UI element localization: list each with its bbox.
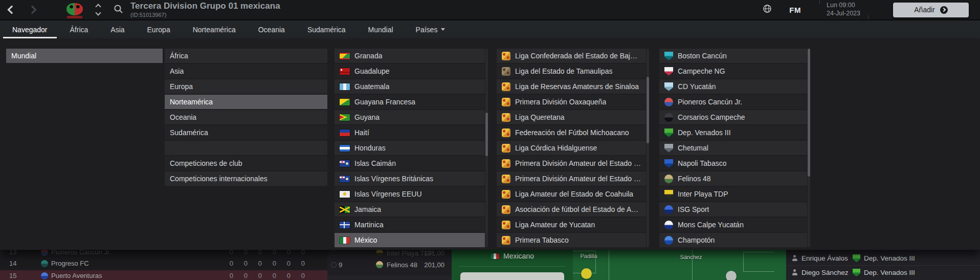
- martinica-flag-icon: [340, 222, 350, 228]
- country-row[interactable]: Honduras: [335, 141, 485, 155]
- selection-circle-icon: [331, 262, 337, 268]
- league-row[interactable]: Liga del Estado de Tamaulipas: [497, 64, 646, 78]
- club-row[interactable]: Pioneros Cancún Jr.: [659, 95, 807, 109]
- row-position: 9: [339, 261, 342, 269]
- club-row[interactable]: Dep. Venados III: [659, 125, 807, 140]
- tab-sudamerica[interactable]: Sudamérica: [296, 20, 357, 38]
- tab-asia[interactable]: Asia: [99, 20, 136, 38]
- forward-button[interactable]: [25, 2, 40, 17]
- row-label: Inter Playa TDP: [678, 190, 728, 198]
- club-row[interactable]: Felinos 48: [659, 171, 807, 186]
- scrollbar-handle[interactable]: [485, 113, 488, 156]
- row-label: Chetumal: [678, 144, 708, 152]
- table-row[interactable]: 15Puerto Aventuras000000: [0, 270, 361, 280]
- club-row[interactable]: Inter Playa TDP: [659, 187, 807, 201]
- country-row[interactable]: Guadalupe: [335, 64, 485, 78]
- scrollbar-handle[interactable]: [647, 77, 649, 143]
- club-row[interactable]: Boston Cancún: [659, 49, 807, 63]
- league-row[interactable]: Primera División Amateur del Estado de D…: [497, 156, 646, 170]
- country-row[interactable]: Islas Vírgenes EEUU: [335, 187, 485, 201]
- nation-header: Mexicano: [452, 252, 573, 260]
- tab-mundial[interactable]: Mundial: [357, 20, 405, 38]
- region-row[interactable]: Europa: [165, 79, 327, 94]
- search-icon[interactable]: [114, 4, 123, 16]
- tab-africa[interactable]: África: [59, 20, 100, 38]
- league-row[interactable]: Liga Queretana: [497, 110, 646, 124]
- row-label: Islas Vírgenes Británicas: [354, 175, 433, 183]
- country-row[interactable]: Martinica: [335, 218, 485, 232]
- world-row[interactable]: Mundial: [6, 49, 163, 63]
- country-row[interactable]: México: [335, 233, 485, 247]
- add-button[interactable]: Añadir: [893, 3, 969, 17]
- competition-crest-base: [67, 16, 82, 18]
- row-label: África: [170, 52, 188, 60]
- country-row[interactable]: Islas Caimán: [335, 156, 485, 170]
- tab-navegador[interactable]: Navegador: [1, 20, 59, 38]
- country-row[interactable]: Jamaica: [335, 202, 485, 217]
- globe-icon[interactable]: [763, 4, 772, 15]
- club-row[interactable]: Champotón: [659, 233, 807, 247]
- islas-virgenes-britanicas-flag-icon: [340, 176, 350, 182]
- league-row[interactable]: Liga Amateur del Estado de Coahuila: [497, 187, 646, 201]
- country-row[interactable]: Guayana Francesa: [335, 95, 485, 109]
- region-row[interactable]: Asia: [165, 64, 327, 78]
- fm-logo[interactable]: FM: [789, 6, 801, 14]
- league-row[interactable]: Primera División Oaxaqueña: [497, 95, 646, 109]
- country-row[interactable]: Guatemala: [335, 79, 485, 94]
- row-label: Honduras: [354, 144, 386, 152]
- countries-scrollbar[interactable]: [485, 49, 488, 247]
- league-badge-icon: [502, 113, 510, 122]
- club-badge-icon: [376, 249, 383, 256]
- country-row[interactable]: Haití: [335, 125, 485, 140]
- league-row[interactable]: Primera Tabasco: [497, 233, 646, 247]
- country-row[interactable]: Guyana: [335, 110, 485, 124]
- region-row[interactable]: Norteamérica: [165, 95, 327, 109]
- tab-paises[interactable]: Países: [405, 20, 457, 38]
- club-row[interactable]: Chetumal: [659, 141, 807, 155]
- collapse-header-control[interactable]: [96, 5, 100, 15]
- league-row[interactable]: Liga Confederada del Estado de Baja Cali…: [497, 49, 646, 63]
- tab-europa[interactable]: Europa: [136, 20, 182, 38]
- league-row[interactable]: Asociación de fútbol del Estado de Aguas…: [497, 202, 646, 217]
- league-row[interactable]: Liga Córdica Hidalguense: [497, 141, 646, 155]
- back-button[interactable]: [4, 2, 19, 17]
- add-button-label: Añadir: [914, 6, 934, 14]
- region-row[interactable]: Oceania: [165, 110, 327, 124]
- table-row[interactable]: 9Felinos 48201,00: [327, 259, 452, 270]
- competition-row[interactable]: Competiciones de club: [165, 156, 327, 170]
- league-row[interactable]: Liga Amateur de Yucatan: [497, 218, 646, 232]
- club-row[interactable]: Campeche NG: [659, 64, 807, 78]
- league-standings-table: 13Pioneros Cancún Jr.00000014Progreso FC…: [0, 246, 361, 280]
- leagues-scrollbar[interactable]: [647, 49, 649, 247]
- stat-value: 0: [291, 260, 305, 267]
- country-row[interactable]: Islas Vírgenes Británicas: [335, 171, 485, 186]
- competition-row[interactable]: Competiciones internacionales: [165, 171, 327, 186]
- league-row[interactable]: Federeación del Fútbol Michoacano: [497, 125, 646, 140]
- club-row[interactable]: Mons Calpe Yucatán: [659, 218, 807, 232]
- club-badge-icon: [41, 260, 48, 267]
- tab-norteamerica[interactable]: Norteamérica: [182, 20, 247, 38]
- club-row[interactable]: Napoli Tabasco: [659, 156, 807, 170]
- clubs-scrollbar[interactable]: [808, 49, 810, 247]
- scout-row[interactable]: Enrique ÁvalosDep. Venados III: [786, 251, 980, 265]
- country-row[interactable]: Granada: [335, 49, 485, 63]
- player-marker[interactable]: [581, 268, 592, 279]
- tab-paises-label: Países: [416, 26, 438, 34]
- tab-oceania[interactable]: Oceania: [247, 20, 296, 38]
- club-row[interactable]: ISG Sport: [659, 202, 807, 217]
- league-row[interactable]: Liga de Reservas Amateurs de Sinaloa: [497, 79, 646, 94]
- divider: [459, 266, 566, 267]
- player-marker[interactable]: [726, 271, 737, 280]
- row-label: Guatemala: [354, 82, 389, 91]
- club-row[interactable]: CD Yucatán: [659, 79, 807, 94]
- scout-row[interactable]: Diego SánchezDep. Venados III: [786, 265, 980, 279]
- region-row[interactable]: Sudamérica: [165, 125, 327, 140]
- club-row[interactable]: Corsarios Campeche: [659, 110, 807, 124]
- scrollbar-handle[interactable]: [808, 49, 810, 177]
- row-label: Liga de Reservas Amateurs de Sinaloa: [515, 82, 639, 91]
- league-row[interactable]: Primera División Amateur del Estado de C…: [497, 171, 646, 186]
- league-badge-icon: [502, 159, 510, 168]
- row-label: Islas Caimán: [354, 159, 396, 167]
- region-row[interactable]: África: [165, 49, 327, 63]
- table-row[interactable]: 14Progreso FC000000: [0, 258, 361, 269]
